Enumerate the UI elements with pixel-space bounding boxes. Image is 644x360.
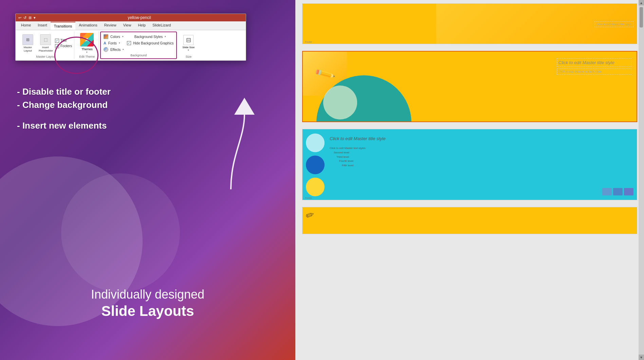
- tab-help[interactable]: Help: [134, 21, 149, 30]
- tab-slidelizard[interactable]: SlideLizard: [149, 21, 174, 30]
- effects-dropdown-arrow: ▾: [123, 48, 124, 51]
- effects-label: Effects: [110, 48, 121, 52]
- scroll-thumb[interactable]: [640, 7, 643, 27]
- colors-row: Colors ▾ Background Styles ▾: [104, 34, 166, 39]
- bullet-text-1: - Disable title or footer: [17, 87, 111, 97]
- themes-button[interactable]: A Themes ▾: [78, 32, 96, 54]
- bullet-text-3: - Insert new elements: [17, 120, 111, 131]
- decorative-arrow: [210, 88, 278, 196]
- ribbon-group-size: ⊟ Slide Size ▾ Size: [178, 32, 199, 59]
- ribbon-group-master-layout: ⊞ Master Layout ⬚ Insert Placeholder Tit…: [18, 32, 74, 59]
- size-group-label: Size: [186, 54, 192, 58]
- colors-icon: [104, 34, 108, 39]
- slide-size-icon: ⊟: [183, 35, 194, 45]
- slide3-icons: [602, 188, 633, 195]
- background-items: Colors ▾ Background Styles ▾ A Fonts ▾ H…: [104, 34, 173, 53]
- title-check-label: Title: [60, 39, 67, 42]
- scroll-up[interactable]: ▲: [639, 0, 644, 5]
- size-items: ⊟ Slide Size ▾: [181, 32, 197, 54]
- mini-icon-1: [602, 188, 612, 195]
- ribbon-tabs: Home Insert Transitions Animations Revie…: [16, 21, 246, 30]
- slide3-content-line3: Third level: [330, 155, 633, 159]
- slide3-content: Click to edit Master text styles Second …: [330, 146, 633, 168]
- slide4-pencil: ✏: [304, 208, 316, 222]
- background-group-label: Background: [130, 53, 147, 57]
- colors-dropdown-arrow: ▾: [122, 35, 124, 38]
- slide1-footer: Footer: [305, 41, 312, 43]
- tab-review[interactable]: Review: [101, 21, 120, 30]
- master-layout-icon: ⊞: [22, 34, 33, 45]
- master-layout-group-label: Master Layout: [36, 54, 55, 58]
- footer-check-label: Footers: [60, 44, 72, 48]
- circle-yellow: [306, 178, 325, 196]
- circle-blue: [306, 156, 325, 174]
- tab-insert[interactable]: Insert: [34, 21, 51, 30]
- background-styles-label: Background Styles: [134, 35, 163, 39]
- hide-bg-label: Hide Background Graphics: [133, 41, 174, 45]
- ppt-window-screenshot: ↩ ↺ ⊞ ▾ yellow-pencil Home Insert Transi…: [15, 14, 246, 61]
- slide-thumb-3[interactable]: Click to edit Master title style Click t…: [302, 129, 637, 200]
- themes-icon: A: [80, 33, 94, 46]
- scrollbar[interactable]: ▲ ▼: [639, 0, 644, 360]
- colors-label: Colors: [110, 35, 120, 39]
- slide-thumb-4[interactable]: ✏: [302, 207, 637, 234]
- effects-icon: [104, 47, 108, 52]
- scroll-down[interactable]: ▼: [639, 355, 644, 360]
- master-layout-btn[interactable]: ⊞ Master Layout: [20, 34, 36, 53]
- ppt-titlebar: ↩ ↺ ⊞ ▾ yellow-pencil: [16, 14, 246, 21]
- slide2-subtitle: Click to edit Master subtitle style: [557, 69, 631, 75]
- fonts-row: A Fonts ▾ Hide Background Graphics: [104, 41, 173, 45]
- tab-animations[interactable]: Animations: [75, 21, 100, 30]
- master-layout-label: Master Layout: [21, 46, 35, 52]
- slide-size-label: Slide Size: [183, 46, 195, 49]
- fonts-dropdown-arrow: ▾: [119, 42, 120, 44]
- svg-marker-0: [234, 98, 255, 115]
- insert-placeholder-label: Insert Placeholder: [39, 46, 52, 52]
- edit-theme-label: Edit Theme: [79, 54, 95, 58]
- tab-transitions[interactable]: Transitions: [51, 22, 75, 30]
- mini-icon-2: [613, 188, 623, 195]
- insert-placeholder-btn[interactable]: ⬚ Insert Placeholder: [37, 34, 54, 53]
- yellow-circle: [323, 86, 357, 119]
- bottom-text-area: Individually designed Slide Layouts: [17, 287, 278, 319]
- slide-thumb-2[interactable]: ✏️ Click to edit Master title style Clic…: [302, 51, 637, 122]
- mini-icon-3: [624, 188, 633, 195]
- title-checkbox[interactable]: [55, 39, 59, 43]
- slide3-title: Click to edit Master title style: [330, 136, 633, 141]
- ribbon-group-background: Colors ▾ Background Styles ▾ A Fonts ▾ H…: [100, 32, 177, 59]
- effects-row: Effects ▾: [104, 47, 124, 52]
- tagline-line2: Slide Layouts: [17, 303, 278, 319]
- master-layout-items: ⊞ Master Layout ⬚ Insert Placeholder Tit…: [20, 32, 72, 54]
- bullet-text-2: - Change background: [17, 100, 111, 110]
- insert-placeholder-icon: ⬚: [40, 34, 51, 45]
- fonts-label: Fonts: [108, 41, 117, 45]
- tab-view[interactable]: View: [120, 21, 135, 30]
- size-dropdown-arrow: ▾: [188, 49, 189, 52]
- fonts-icon: A: [104, 41, 106, 45]
- bg-decoration-2: [61, 173, 180, 292]
- footer-check-item[interactable]: Footers: [55, 44, 72, 48]
- slide3-footer: Footer: [305, 197, 312, 199]
- title-check-item[interactable]: Title: [55, 39, 72, 43]
- hide-bg-checkbox[interactable]: [127, 41, 131, 45]
- ribbon-content: ⊞ Master Layout ⬚ Insert Placeholder Tit…: [16, 30, 246, 60]
- slide-size-btn[interactable]: ⊟ Slide Size ▾: [181, 34, 197, 52]
- slide1-title-placeholder: Click to edit Master title style: [594, 21, 633, 27]
- slide3-content-line5: Fifth level: [330, 164, 633, 168]
- footer-checkbox[interactable]: [55, 44, 59, 48]
- left-panel: ↩ ↺ ⊞ ▾ yellow-pencil Home Insert Transi…: [0, 0, 295, 360]
- ribbon-group-edit-theme: A Themes ▾ Edit Theme: [76, 32, 99, 59]
- window-title: yellow-pencil: [128, 15, 151, 20]
- slide3-content-line4: Fourth level: [330, 159, 633, 164]
- pencil-icon: ✏️: [314, 62, 336, 85]
- master-layout-checks: Title Footers: [55, 39, 72, 48]
- tab-home[interactable]: Home: [18, 21, 34, 30]
- slide-thumb-1[interactable]: Click to edit Master title style Footer: [302, 3, 637, 44]
- edit-theme-items: A Themes ▾: [78, 32, 96, 54]
- slide2-title: Click to edit Master title style: [557, 58, 631, 67]
- circle-light: [306, 134, 325, 152]
- slide3-content-line2: Second level: [330, 151, 633, 155]
- slide3-circles: [306, 134, 325, 196]
- themes-dropdown-arrow: ▾: [86, 51, 88, 54]
- slide3-content-line1: Click to edit Master text styles: [330, 146, 633, 151]
